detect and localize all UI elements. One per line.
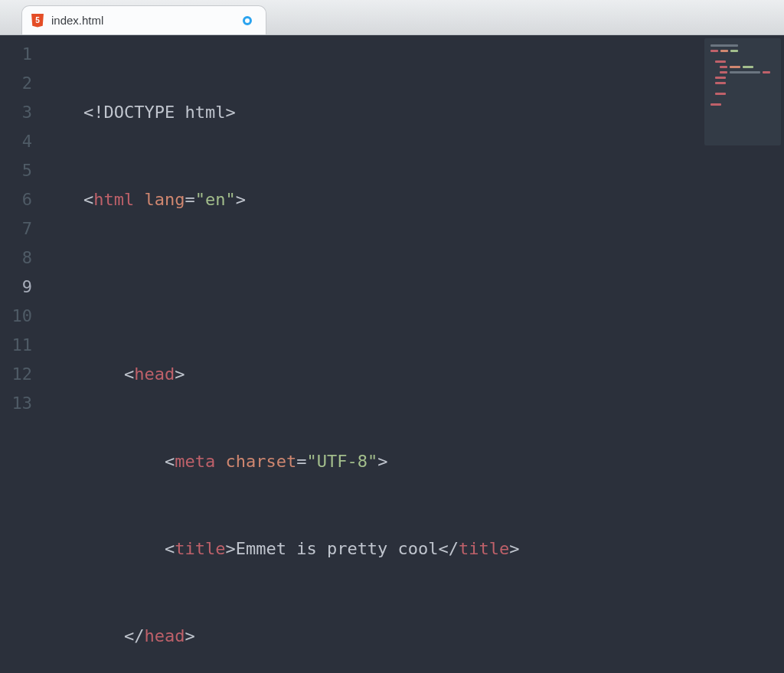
line-number: 3 [0, 98, 32, 127]
minimap[interactable] [704, 38, 781, 145]
line-number: 5 [0, 156, 32, 185]
doctype: <!DOCTYPE html> [83, 103, 236, 122]
code-line[interactable]: <title>Emmet is pretty cool</title> [43, 534, 784, 564]
code-line[interactable]: </head> [43, 622, 784, 651]
line-number: 2 [0, 69, 32, 98]
code-line[interactable]: <meta charset="UTF-8"> [43, 447, 784, 476]
code-editor[interactable]: 1 2 3 4 5 6 7 8 9 10 11 12 13 <!DOCTYPE … [0, 35, 784, 673]
line-number: 10 [0, 302, 32, 331]
line-number: 6 [0, 185, 32, 214]
code-line[interactable]: <head> [43, 360, 784, 389]
modified-indicator-icon [243, 16, 252, 25]
line-number: 13 [0, 389, 32, 418]
line-number: 1 [0, 40, 32, 69]
line-number: 7 [0, 214, 32, 243]
line-number-gutter: 1 2 3 4 5 6 7 8 9 10 11 12 13 [0, 35, 43, 673]
line-number: 12 [0, 360, 32, 389]
html5-icon [31, 14, 44, 28]
code-line[interactable]: <html lang="en"> [43, 185, 784, 214]
file-tab[interactable]: index.html [21, 5, 266, 34]
line-number: 9 [0, 273, 32, 302]
code-area[interactable]: <!DOCTYPE html> <html lang="en"> <head> … [43, 35, 784, 673]
line-number: 8 [0, 243, 32, 273]
line-number: 11 [0, 331, 32, 360]
tab-filename: index.html [51, 14, 103, 27]
tab-bar: index.html [0, 0, 784, 35]
code-line[interactable]: <!DOCTYPE html> [43, 98, 784, 127]
code-line[interactable] [43, 273, 784, 302]
line-number: 4 [0, 127, 32, 156]
